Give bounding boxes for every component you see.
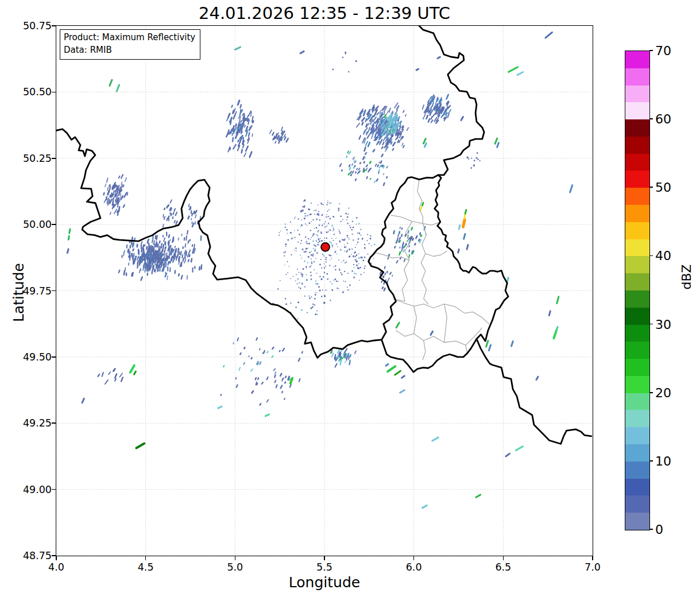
colorbar-segment bbox=[625, 410, 649, 427]
x-tick-label: 6.0 bbox=[406, 561, 422, 573]
colorbar-segment bbox=[625, 256, 649, 273]
y-tick-mark bbox=[52, 224, 56, 225]
colorbar-segment bbox=[625, 222, 649, 239]
y-tick-mark bbox=[52, 92, 56, 93]
colorbar-segment bbox=[625, 137, 649, 154]
x-tick-mark bbox=[592, 556, 593, 560]
colorbar-segment bbox=[625, 290, 649, 308]
colorbar-segment bbox=[625, 359, 649, 376]
y-tick-label: 50.75 bbox=[11, 20, 52, 32]
x-tick-label: 5.5 bbox=[316, 561, 332, 573]
colorbar-tick-mark bbox=[649, 255, 653, 257]
colorbar-tick-label: 50 bbox=[655, 180, 671, 195]
colorbar-tick-label: 10 bbox=[655, 453, 671, 468]
radar-map-canvas bbox=[56, 26, 593, 556]
colorbar-tick-label: 70 bbox=[655, 44, 671, 58]
x-tick-label: 6.5 bbox=[495, 561, 511, 573]
colorbar bbox=[625, 51, 650, 530]
colorbar-tick-label: 60 bbox=[655, 112, 671, 126]
colorbar-segment bbox=[625, 51, 649, 68]
product-line: Product: Maximum Reflectivity bbox=[64, 32, 195, 44]
colorbar-tick-label: 20 bbox=[655, 385, 671, 400]
product-annotation-box: Product: Maximum Reflectivity Data: RMIB bbox=[60, 29, 200, 60]
colorbar-segment bbox=[625, 205, 649, 222]
colorbar-segment bbox=[625, 188, 649, 205]
x-tick-mark bbox=[503, 556, 504, 560]
x-tick-label: 5.0 bbox=[227, 561, 243, 573]
colorbar-tick-mark bbox=[649, 187, 653, 188]
colorbar-segment bbox=[625, 479, 649, 496]
x-tick-mark bbox=[56, 556, 57, 560]
colorbar-segment bbox=[625, 462, 649, 479]
colorbar-tick-mark bbox=[649, 50, 653, 51]
colorbar-segment bbox=[625, 495, 649, 513]
colorbar-tick-label: 30 bbox=[655, 317, 671, 331]
x-tick-label: 4.5 bbox=[138, 561, 154, 573]
colorbar-tick-mark bbox=[649, 118, 653, 119]
x-tick-mark bbox=[235, 556, 236, 560]
x-axis-label: Longitude bbox=[56, 574, 593, 591]
colorbar-segment bbox=[625, 68, 649, 86]
y-tick-label: 48.75 bbox=[11, 550, 52, 561]
colorbar-segment bbox=[625, 273, 649, 290]
colorbar-segment bbox=[625, 325, 649, 342]
data-source-line: Data: RMIB bbox=[64, 44, 195, 57]
colorbar-tick-label: 40 bbox=[655, 249, 671, 263]
colorbar-tick-label: 0 bbox=[655, 522, 663, 537]
y-tick-label: 50.25 bbox=[11, 153, 52, 164]
colorbar-tick-mark bbox=[649, 460, 653, 462]
x-tick-label: 4.0 bbox=[48, 561, 64, 573]
x-tick-mark bbox=[324, 556, 325, 560]
colorbar-segment bbox=[625, 119, 649, 137]
y-tick-label: 50.00 bbox=[11, 219, 52, 230]
y-tick-label: 50.50 bbox=[11, 86, 52, 98]
y-tick-mark bbox=[52, 422, 56, 424]
plot-title: 24.01.2026 12:35 - 12:39 UTC bbox=[56, 3, 593, 23]
colorbar-segment bbox=[625, 102, 649, 119]
colorbar-segment bbox=[625, 376, 649, 393]
y-tick-mark bbox=[52, 158, 56, 159]
colorbar-segment bbox=[625, 239, 649, 257]
y-tick-label: 49.00 bbox=[11, 484, 52, 495]
colorbar-tick-mark bbox=[649, 392, 653, 393]
colorbar-segment bbox=[625, 393, 649, 410]
y-tick-label: 49.50 bbox=[11, 351, 52, 363]
colorbar-segment bbox=[625, 86, 649, 103]
colorbar-tick-mark bbox=[649, 324, 653, 325]
colorbar-segment bbox=[625, 444, 649, 462]
colorbar-segment bbox=[625, 513, 649, 530]
colorbar-segment bbox=[625, 170, 649, 188]
colorbar-unit-label: dBZ bbox=[679, 257, 694, 297]
y-tick-mark bbox=[52, 25, 56, 26]
colorbar-segment bbox=[625, 427, 649, 444]
y-tick-mark bbox=[52, 290, 56, 292]
colorbar-segment bbox=[625, 342, 649, 359]
y-tick-mark bbox=[52, 489, 56, 490]
colorbar-segment bbox=[625, 308, 649, 325]
y-tick-label: 49.25 bbox=[11, 417, 52, 429]
x-tick-label: 7.0 bbox=[585, 561, 601, 573]
x-tick-mark bbox=[145, 556, 146, 560]
y-tick-label: 49.75 bbox=[11, 285, 52, 297]
y-tick-mark bbox=[52, 555, 56, 556]
y-tick-mark bbox=[52, 356, 56, 358]
radar-figure: 24.01.2026 12:35 - 12:39 UTC Product: Ma… bbox=[0, 0, 700, 597]
colorbar-segment bbox=[625, 154, 649, 171]
colorbar-tick-mark bbox=[649, 529, 653, 530]
x-tick-mark bbox=[413, 556, 415, 560]
